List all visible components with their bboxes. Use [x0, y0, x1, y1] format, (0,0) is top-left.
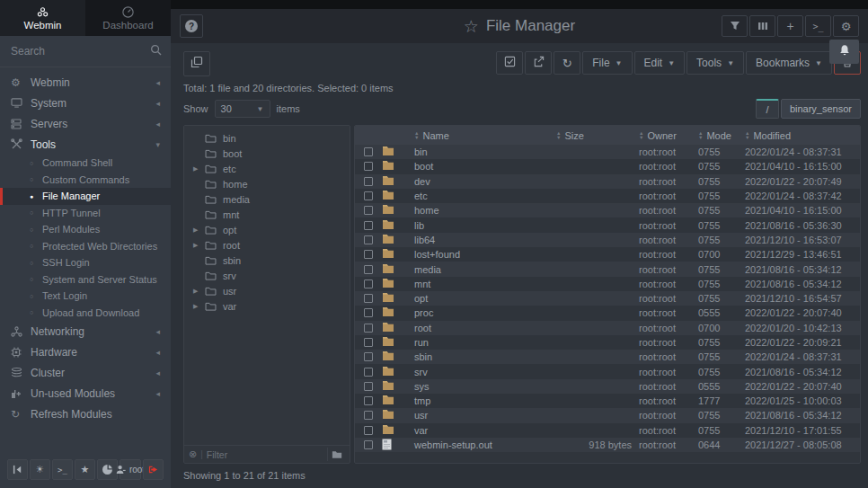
tree-item-etc[interactable]: ▶etc: [184, 161, 350, 176]
cell-name[interactable]: etc: [411, 189, 553, 203]
row-checkbox[interactable]: [364, 294, 373, 303]
dir-row-sbin[interactable]: sbinroot:root07552022/01/24 - 08:37:31: [355, 350, 860, 364]
expand-icon[interactable]: ▶: [193, 165, 205, 173]
help-button[interactable]: ?: [180, 14, 203, 38]
user-button[interactable]: root: [120, 459, 141, 480]
row-checkbox[interactable]: [364, 162, 373, 171]
tree-item-boot[interactable]: boot: [184, 146, 350, 161]
dir-row-proc[interactable]: procroot:root05552022/01/22 - 20:07:40: [355, 306, 860, 320]
cell-name[interactable]: run: [411, 335, 553, 350]
sidebar-item-protected-web-directories[interactable]: ○Protected Web Directories: [0, 238, 171, 255]
tree-folder-button[interactable]: [327, 448, 345, 461]
sidebar-item-un-used-modules[interactable]: Un-used Modules◂: [0, 383, 171, 404]
dir-row-var[interactable]: varroot:root07552021/12/10 - 17:01:55: [355, 423, 860, 438]
dir-row-etc[interactable]: etcroot:root07552022/01/24 - 08:37:42: [355, 189, 860, 203]
expand-icon[interactable]: ▶: [193, 242, 205, 249]
theme-toggle-button[interactable]: ☀: [30, 459, 50, 480]
cell-name[interactable]: mnt: [411, 277, 553, 291]
dir-row-boot[interactable]: bootroot:root07552021/04/10 - 16:15:00: [355, 159, 860, 173]
tools-menu-button[interactable]: Tools▼: [686, 51, 744, 75]
dir-row-run[interactable]: runroot:root07552022/01/22 - 20:09:21: [355, 335, 860, 350]
cell-name[interactable]: lib: [411, 217, 553, 232]
dir-row-sys[interactable]: sysroot:root05552022/01/22 - 20:07:40: [355, 379, 860, 394]
sort-icon[interactable]: ▲▼: [414, 131, 419, 140]
notifications-button[interactable]: [829, 40, 859, 64]
cell-name[interactable]: lib64: [411, 233, 553, 247]
sidebar-item-command-shell[interactable]: ○Command Shell: [0, 155, 171, 172]
select-all-button[interactable]: [496, 51, 523, 75]
sidebar-item-text-login[interactable]: ○Text Login: [0, 288, 171, 305]
row-checkbox[interactable]: [364, 279, 373, 288]
sidebar-item-networking[interactable]: Networking◂: [0, 321, 171, 342]
tree-item-mnt[interactable]: mnt: [184, 207, 350, 222]
row-checkbox[interactable]: [364, 426, 373, 435]
cell-name[interactable]: sbin: [411, 350, 553, 364]
row-checkbox[interactable]: [364, 338, 373, 347]
dir-row-lib64[interactable]: lib64root:root07552021/12/10 - 16:53:07: [355, 233, 860, 247]
file-row-webmin-setup-out[interactable]: webmin-setup.out918 bytesroot:root064420…: [355, 438, 860, 452]
sidebar-item-refresh-modules[interactable]: ↻Refresh Modules: [0, 404, 171, 424]
row-checkbox[interactable]: [364, 368, 373, 377]
tree-item-var[interactable]: ▶var: [184, 298, 350, 314]
cell-name[interactable]: opt: [411, 291, 553, 306]
breadcrumb-root-button[interactable]: /: [756, 99, 779, 119]
favorite-star-icon[interactable]: ☆: [464, 16, 479, 37]
row-checkbox[interactable]: [364, 206, 373, 215]
dir-row-lost-found[interactable]: lost+foundroot:root07002021/12/29 - 13:4…: [355, 247, 860, 262]
row-checkbox[interactable]: [364, 191, 373, 200]
add-tab-button[interactable]: +: [777, 15, 803, 37]
expand-icon[interactable]: ▶: [193, 288, 205, 295]
row-checkbox[interactable]: [364, 221, 373, 230]
row-checkbox[interactable]: [364, 265, 373, 274]
dir-row-srv[interactable]: srvroot:root07552021/08/16 - 05:34:12: [355, 364, 860, 378]
edit-menu-button[interactable]: Edit▼: [634, 51, 686, 75]
tree-item-srv[interactable]: srv: [184, 268, 350, 283]
cell-name[interactable]: lost+found: [411, 247, 553, 262]
row-checkbox[interactable]: [364, 308, 373, 317]
tree-item-root[interactable]: ▶root: [184, 237, 350, 253]
tree-filter-input[interactable]: [207, 449, 323, 460]
row-checkbox[interactable]: [364, 324, 373, 333]
tab-webmin[interactable]: Webmin: [0, 0, 85, 36]
row-checkbox[interactable]: [364, 396, 373, 405]
favorites-button[interactable]: ★: [75, 459, 95, 480]
column-header-size[interactable]: ▲▼Size: [553, 126, 635, 145]
dir-row-tmp[interactable]: tmproot:root17772022/01/25 - 10:00:03: [355, 394, 860, 408]
sidebar-item-http-tunnel[interactable]: ○HTTP Tunnel: [0, 205, 171, 222]
collapse-sidebar-button[interactable]: [7, 459, 28, 480]
dir-row-lib[interactable]: libroot:root07552021/08/16 - 05:36:30: [355, 217, 860, 232]
dir-row-dev[interactable]: devroot:root07552022/01/22 - 20:07:49: [355, 174, 860, 189]
tree-item-media[interactable]: media: [184, 191, 350, 207]
dir-row-media[interactable]: mediaroot:root07552021/08/16 - 05:34:12: [355, 262, 860, 276]
sidebar-item-cluster[interactable]: Cluster◂: [0, 362, 171, 383]
tree-item-home[interactable]: home: [184, 176, 350, 191]
sidebar-item-custom-commands[interactable]: ○Custom Commands: [0, 172, 171, 189]
row-checkbox[interactable]: [364, 352, 373, 361]
row-checkbox[interactable]: [364, 250, 373, 259]
tree-item-bin[interactable]: bin: [184, 130, 350, 146]
breadcrumb-current-button[interactable]: binary_sensor: [781, 99, 861, 119]
cell-name[interactable]: usr: [411, 408, 553, 422]
cell-name[interactable]: tmp: [411, 394, 553, 408]
sort-icon[interactable]: ▲▼: [698, 131, 703, 140]
sort-icon[interactable]: ▲▼: [556, 131, 561, 140]
copy-path-button[interactable]: [183, 51, 210, 76]
clear-filter-icon[interactable]: ⊗: [189, 448, 197, 460]
sidebar-item-file-manager[interactable]: ●File Manager: [0, 188, 171, 205]
column-header-modified[interactable]: ▲▼Modified: [741, 126, 860, 145]
refresh-button[interactable]: ↻: [554, 51, 580, 75]
cell-name[interactable]: home: [411, 203, 553, 217]
cell-name[interactable]: dev: [411, 174, 553, 189]
filter-button[interactable]: [722, 15, 748, 37]
cell-name[interactable]: boot: [411, 159, 553, 173]
expand-icon[interactable]: ▶: [193, 303, 205, 310]
page-size-select[interactable]: 30 ▼: [215, 100, 270, 118]
row-checkbox[interactable]: [364, 235, 373, 244]
tree-item-opt[interactable]: ▶opt: [184, 222, 350, 237]
row-checkbox[interactable]: [364, 440, 373, 449]
dir-row-mnt[interactable]: mntroot:root07552021/08/16 - 05:34:12: [355, 277, 860, 291]
dir-row-usr[interactable]: usrroot:root07552021/08/16 - 05:34:12: [355, 408, 860, 422]
column-header-name[interactable]: ▲▼Name: [411, 126, 553, 145]
tree-item-usr[interactable]: ▶usr: [184, 283, 350, 298]
sidebar-item-ssh-login[interactable]: ○SSH Login: [0, 254, 171, 271]
